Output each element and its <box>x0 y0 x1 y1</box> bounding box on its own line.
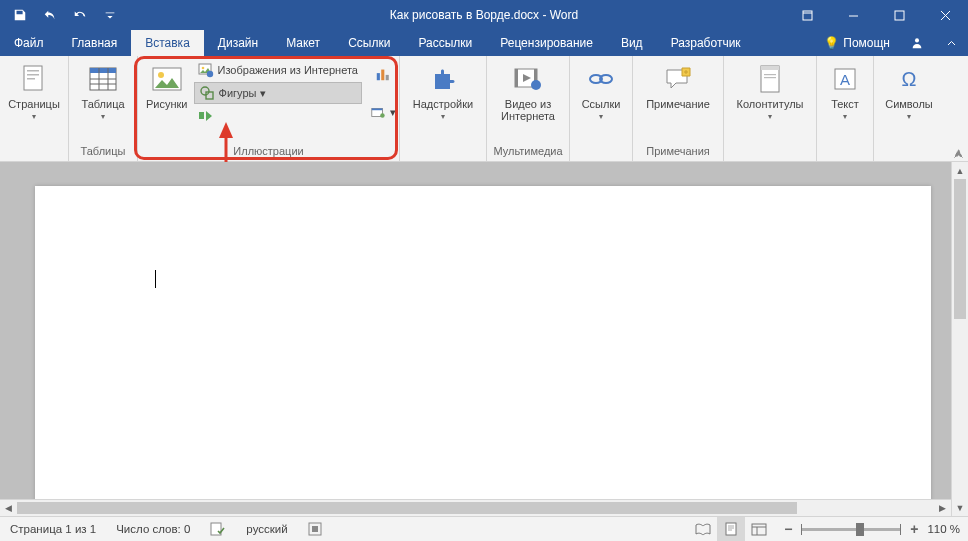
undo-button[interactable] <box>36 2 64 28</box>
svg-rect-10 <box>27 78 35 80</box>
svg-text:Ω: Ω <box>902 68 917 90</box>
svg-rect-3 <box>895 11 904 20</box>
share-button[interactable] <box>900 30 934 56</box>
svg-point-18 <box>158 72 164 78</box>
comments-group-label: Примечания <box>639 145 717 159</box>
zoom-out-button[interactable]: − <box>781 521 795 537</box>
svg-rect-27 <box>386 75 389 80</box>
horizontal-scrollbar[interactable]: ◀ ▶ <box>0 499 951 516</box>
scroll-right-button[interactable]: ▶ <box>934 500 951 516</box>
svg-point-30 <box>380 113 384 117</box>
shapes-button[interactable]: Фигуры ▾ <box>194 82 362 104</box>
svg-rect-12 <box>90 68 116 73</box>
zoom-slider[interactable] <box>801 528 901 531</box>
scroll-up-button[interactable]: ▲ <box>952 162 968 179</box>
macro-record-button[interactable] <box>298 522 332 536</box>
tab-layout[interactable]: Макет <box>272 30 334 56</box>
print-layout-button[interactable] <box>717 517 745 542</box>
svg-rect-41 <box>764 74 776 75</box>
svg-rect-32 <box>515 69 518 87</box>
save-button[interactable] <box>6 2 34 28</box>
shapes-label: Фигуры <box>219 87 257 99</box>
symbols-button[interactable]: Ω Символы▾ <box>880 60 938 123</box>
collapse-ribbon-button[interactable] <box>934 30 968 56</box>
chart-icon <box>375 66 391 82</box>
tab-view[interactable]: Вид <box>607 30 657 56</box>
document-page[interactable] <box>35 186 931 541</box>
screenshot-button[interactable]: ▾ <box>368 102 398 122</box>
comment-button[interactable]: Примечание <box>639 60 717 112</box>
tab-mailings[interactable]: Рассылки <box>404 30 486 56</box>
online-video-icon <box>511 62 545 96</box>
vscroll-thumb[interactable] <box>954 179 966 319</box>
table-button[interactable]: Таблица▾ <box>75 60 131 123</box>
tab-review[interactable]: Рецензирование <box>486 30 607 56</box>
pages-label: Страницы <box>8 98 60 110</box>
chevron-down-icon: ▾ <box>260 87 266 100</box>
svg-point-34 <box>531 80 541 90</box>
svg-rect-25 <box>377 73 380 80</box>
links-button[interactable]: Ссылки▾ <box>576 60 626 123</box>
tell-me-button[interactable]: 💡 Помощн <box>814 30 900 56</box>
hscroll-thumb[interactable] <box>17 502 797 514</box>
maximize-button[interactable] <box>876 0 922 30</box>
online-pictures-icon <box>198 62 214 78</box>
text-button[interactable]: A Текст▾ <box>823 60 867 123</box>
online-video-button[interactable]: Видео из Интернета <box>493 60 563 124</box>
title-bar: Как рисовать в Ворде.docx - Word <box>0 0 968 30</box>
svg-point-20 <box>201 67 204 70</box>
zoom-in-button[interactable]: + <box>907 521 921 537</box>
chart-button[interactable] <box>373 64 393 84</box>
pictures-button[interactable]: Рисунки <box>144 60 190 112</box>
page-icon <box>17 62 51 96</box>
read-mode-button[interactable] <box>689 517 717 542</box>
scroll-left-button[interactable]: ◀ <box>0 500 17 516</box>
document-area: ▲ ▼ ◀ ▶ <box>0 162 968 516</box>
pages-button[interactable]: Страницы▾ <box>6 60 62 123</box>
word-count[interactable]: Число слов: 0 <box>106 523 200 535</box>
svg-rect-50 <box>726 523 736 535</box>
svg-text:A: A <box>840 71 850 88</box>
tell-me-label: Помощн <box>843 36 890 50</box>
tab-file[interactable]: Файл <box>0 30 58 56</box>
tab-developer[interactable]: Разработчик <box>657 30 755 56</box>
addins-icon <box>426 62 460 96</box>
ribbon-display-button[interactable] <box>784 0 830 30</box>
tab-insert[interactable]: Вставка <box>131 30 204 56</box>
symbols-icon: Ω <box>892 62 926 96</box>
addins-button[interactable]: Надстройки▾ <box>406 60 480 123</box>
spell-check-button[interactable] <box>200 522 236 536</box>
svg-rect-23 <box>206 92 213 99</box>
zoom-level[interactable]: 110 % <box>927 523 960 535</box>
svg-rect-8 <box>27 70 39 72</box>
scroll-down-button[interactable]: ▼ <box>952 499 968 516</box>
table-icon <box>86 62 120 96</box>
smartart-button[interactable] <box>194 106 362 126</box>
headerfooter-label: Колонтитулы <box>737 98 804 110</box>
tab-references[interactable]: Ссылки <box>334 30 404 56</box>
status-bar: Страница 1 из 1 Число слов: 0 русский − … <box>0 516 968 541</box>
svg-point-6 <box>915 38 919 42</box>
ribbon-collapse-pin[interactable]: ⮝ <box>954 148 964 159</box>
group-comments: Примечание Примечания <box>633 56 724 161</box>
qat-customize-button[interactable] <box>96 2 124 28</box>
language-button[interactable]: русский <box>236 523 297 535</box>
headerfooter-button[interactable]: Колонтитулы▾ <box>730 60 810 123</box>
vertical-scrollbar[interactable]: ▲ ▼ <box>951 162 968 516</box>
minimize-button[interactable] <box>830 0 876 30</box>
tables-group-label: Таблицы <box>75 145 131 159</box>
group-headerfooter: Колонтитулы▾ <box>724 56 817 161</box>
close-button[interactable] <box>922 0 968 30</box>
zoom-handle[interactable] <box>856 523 864 536</box>
tab-design[interactable]: Дизайн <box>204 30 272 56</box>
view-buttons <box>689 517 773 542</box>
redo-button[interactable] <box>66 2 94 28</box>
web-layout-button[interactable] <box>745 517 773 542</box>
illustrations-group-label: Иллюстрации <box>144 145 393 159</box>
lightbulb-icon: 💡 <box>824 36 839 50</box>
tab-home[interactable]: Главная <box>58 30 132 56</box>
page-count[interactable]: Страница 1 из 1 <box>0 523 106 535</box>
online-pictures-button[interactable]: Изображения из Интернета <box>194 60 362 80</box>
text-cursor <box>155 270 156 288</box>
group-text: A Текст▾ <box>817 56 874 161</box>
